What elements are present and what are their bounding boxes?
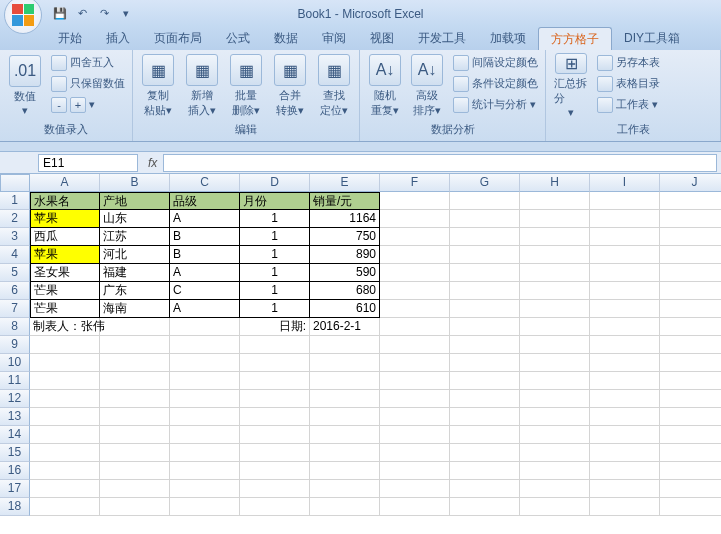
- cell[interactable]: [660, 210, 721, 228]
- cell-area[interactable]: 水果名产地品级月份销量/元苹果山东A11164西瓜江苏B1750苹果河北B189…: [30, 192, 721, 516]
- tab-8[interactable]: 加载项: [478, 27, 538, 50]
- cell[interactable]: [380, 372, 450, 390]
- cell[interactable]: [380, 354, 450, 372]
- cell[interactable]: 2016-2-1: [310, 318, 380, 336]
- cell[interactable]: [590, 444, 660, 462]
- qat-dropdown-icon[interactable]: ▾: [116, 4, 136, 24]
- cell[interactable]: [30, 426, 100, 444]
- col-header[interactable]: H: [520, 174, 590, 192]
- cell[interactable]: [660, 372, 721, 390]
- cell[interactable]: [380, 318, 450, 336]
- cell[interactable]: 芒果: [30, 282, 100, 300]
- cell[interactable]: 品级: [170, 192, 240, 210]
- cell[interactable]: B: [170, 246, 240, 264]
- numeric-button[interactable]: .01 数值▾: [4, 52, 46, 120]
- cell[interactable]: [30, 462, 100, 480]
- cell[interactable]: [100, 498, 170, 516]
- cell[interactable]: [520, 210, 590, 228]
- cell[interactable]: [590, 462, 660, 480]
- save-sheet-button[interactable]: 另存本表: [594, 52, 663, 73]
- cell[interactable]: [520, 192, 590, 210]
- row-header[interactable]: 3: [0, 228, 30, 246]
- cell[interactable]: [450, 354, 520, 372]
- cell[interactable]: [450, 462, 520, 480]
- col-header[interactable]: D: [240, 174, 310, 192]
- cell[interactable]: [170, 498, 240, 516]
- cell[interactable]: [520, 300, 590, 318]
- cell[interactable]: [240, 372, 310, 390]
- edit-button[interactable]: ▦复制粘贴▾: [137, 52, 179, 120]
- cell[interactable]: 西瓜: [30, 228, 100, 246]
- cell[interactable]: 产地: [100, 192, 170, 210]
- sheet-toc-button[interactable]: 表格目录: [594, 73, 663, 94]
- cell[interactable]: [590, 408, 660, 426]
- cell[interactable]: 1: [240, 228, 310, 246]
- cell[interactable]: [170, 480, 240, 498]
- cell[interactable]: [660, 462, 721, 480]
- row-header[interactable]: 9: [0, 336, 30, 354]
- cell[interactable]: 590: [310, 264, 380, 282]
- cell[interactable]: [450, 264, 520, 282]
- cell[interactable]: [590, 246, 660, 264]
- cell[interactable]: A: [170, 264, 240, 282]
- cell[interactable]: [310, 390, 380, 408]
- cell[interactable]: [380, 390, 450, 408]
- row-header[interactable]: 6: [0, 282, 30, 300]
- cell[interactable]: [520, 462, 590, 480]
- cell[interactable]: [240, 480, 310, 498]
- cell[interactable]: [590, 282, 660, 300]
- cell[interactable]: [660, 282, 721, 300]
- cell[interactable]: [310, 354, 380, 372]
- summary-split-button[interactable]: ⊞ 汇总拆分▾: [550, 52, 592, 120]
- cell[interactable]: [590, 210, 660, 228]
- cell[interactable]: 750: [310, 228, 380, 246]
- cell[interactable]: [380, 246, 450, 264]
- cell[interactable]: 山东: [100, 210, 170, 228]
- edit-button[interactable]: ▦合并转换▾: [269, 52, 311, 120]
- cell[interactable]: [590, 336, 660, 354]
- cell[interactable]: [100, 408, 170, 426]
- cell[interactable]: [520, 390, 590, 408]
- row-header[interactable]: 15: [0, 444, 30, 462]
- cell[interactable]: [100, 444, 170, 462]
- cell[interactable]: [170, 354, 240, 372]
- cell[interactable]: 月份: [240, 192, 310, 210]
- cell[interactable]: [590, 300, 660, 318]
- cell[interactable]: [660, 444, 721, 462]
- cell[interactable]: [240, 426, 310, 444]
- cell[interactable]: [590, 318, 660, 336]
- cell[interactable]: [450, 282, 520, 300]
- cell[interactable]: [520, 264, 590, 282]
- row-header[interactable]: 12: [0, 390, 30, 408]
- cell[interactable]: [170, 336, 240, 354]
- cell[interactable]: [520, 408, 590, 426]
- cell[interactable]: [450, 210, 520, 228]
- cell[interactable]: [100, 354, 170, 372]
- cell[interactable]: [590, 192, 660, 210]
- cell[interactable]: 610: [310, 300, 380, 318]
- edit-button[interactable]: ▦查找定位▾: [313, 52, 355, 120]
- cell[interactable]: 江苏: [100, 228, 170, 246]
- cell[interactable]: [660, 390, 721, 408]
- tab-1[interactable]: 插入: [94, 27, 142, 50]
- cell[interactable]: [520, 354, 590, 372]
- cell[interactable]: [240, 336, 310, 354]
- cell[interactable]: [520, 480, 590, 498]
- cell[interactable]: [380, 462, 450, 480]
- cell[interactable]: [590, 498, 660, 516]
- cell[interactable]: 圣女果: [30, 264, 100, 282]
- cell[interactable]: [30, 372, 100, 390]
- cell[interactable]: [170, 318, 240, 336]
- row-header[interactable]: 18: [0, 498, 30, 516]
- cell[interactable]: 广东: [100, 282, 170, 300]
- tab-6[interactable]: 视图: [358, 27, 406, 50]
- cell[interactable]: [450, 498, 520, 516]
- cell[interactable]: [310, 444, 380, 462]
- cell[interactable]: [170, 426, 240, 444]
- cell[interactable]: 河北: [100, 246, 170, 264]
- tab-3[interactable]: 公式: [214, 27, 262, 50]
- col-header[interactable]: A: [30, 174, 100, 192]
- cell[interactable]: [380, 480, 450, 498]
- cell[interactable]: [450, 480, 520, 498]
- cell[interactable]: [310, 408, 380, 426]
